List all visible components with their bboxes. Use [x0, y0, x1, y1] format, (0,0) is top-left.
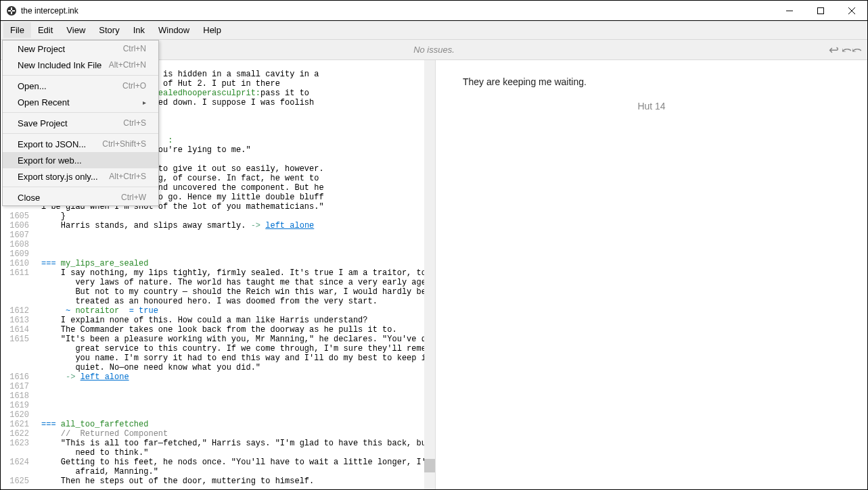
story-text: They are keeping me waiting.	[463, 76, 840, 87]
file-menu-dropdown: New ProjectCtrl+NNew Included Ink FileAl…	[2, 40, 159, 206]
titlebar: the intercept.ink	[1, 1, 867, 21]
menu-item-export-story-js-only-[interactable]: Export story.js only...Alt+Ctrl+S	[3, 168, 158, 185]
scrollbar-thumb[interactable]	[424, 459, 435, 472]
window-title: the intercept.ink	[21, 6, 78, 16]
menu-item-save-project[interactable]: Save ProjectCtrl+S	[3, 115, 158, 131]
menu-file[interactable]: File	[3, 22, 31, 38]
svg-rect-3	[8, 10, 11, 11]
svg-rect-4	[12, 10, 15, 11]
menu-edit[interactable]: Edit	[31, 22, 60, 38]
menu-help[interactable]: Help	[196, 22, 228, 38]
menu-view[interactable]: View	[60, 22, 92, 38]
undo-arrow-icon[interactable]: ↩	[829, 43, 839, 57]
menu-story[interactable]: Story	[92, 22, 126, 38]
maximize-button[interactable]	[805, 1, 836, 21]
svg-rect-6	[818, 8, 824, 14]
menu-ink[interactable]: Ink	[127, 22, 152, 38]
menubar: FileEditViewStoryInkWindowHelp	[1, 21, 867, 40]
minimize-button[interactable]	[774, 1, 805, 21]
scrollbar[interactable]	[424, 60, 435, 490]
close-button[interactable]	[836, 1, 867, 21]
story-preview: They are keeping me waiting. Hut 14	[435, 60, 867, 490]
app-icon	[6, 5, 17, 16]
menu-window[interactable]: Window	[152, 22, 196, 38]
rewind-arrow-icon[interactable]: ⤺⤺	[842, 43, 862, 57]
menu-item-close[interactable]: CloseCtrl+W	[3, 189, 158, 205]
status-text: No issues.	[413, 45, 455, 55]
menu-item-open-[interactable]: Open...Ctrl+O	[3, 78, 158, 94]
menu-item-export-to-json-[interactable]: Export to JSON...Ctrl+Shift+S	[3, 136, 158, 152]
menu-item-new-project[interactable]: New ProjectCtrl+N	[3, 41, 158, 57]
menu-item-new-included-ink-file[interactable]: New Included Ink FileAlt+Ctrl+N	[3, 57, 158, 73]
menu-item-open-recent[interactable]: Open Recent	[3, 94, 158, 110]
svg-rect-1	[11, 7, 12, 10]
story-choice[interactable]: Hut 14	[463, 101, 840, 112]
svg-rect-2	[11, 11, 12, 14]
menu-item-export-for-web-[interactable]: Export for web...	[3, 152, 158, 168]
